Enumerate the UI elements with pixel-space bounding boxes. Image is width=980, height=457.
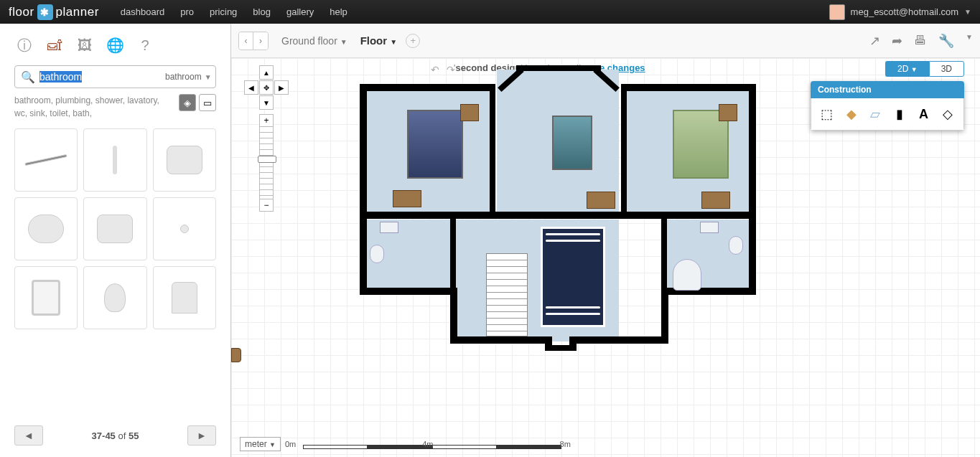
pan-up-button[interactable]: ▲ <box>259 65 274 80</box>
nav-links: dashboard pro pricing blog gallery help <box>121 6 347 17</box>
nav-pricing[interactable]: pricing <box>210 6 237 17</box>
canvas-toolbar: ‹ › Ground floor ▼ Floor ▼ + ↗ ➦ 🖶 🔧 ▼ <box>231 24 980 58</box>
logo-icon: ✱ <box>37 4 53 20</box>
unit-selector[interactable]: meter ▼ <box>240 437 281 451</box>
item-urinal[interactable] <box>83 266 146 329</box>
avatar-icon <box>829 4 845 20</box>
nav-dashboard[interactable]: dashboard <box>121 6 164 17</box>
draw-room-tool[interactable]: ⬚ <box>817 104 837 124</box>
add-floor-button[interactable]: + <box>406 34 420 48</box>
floor-name-dropdown[interactable]: Floor ▼ <box>360 34 398 47</box>
item-tub-oval[interactable] <box>14 197 78 260</box>
items-grid <box>0 126 230 336</box>
scale-0: 0m <box>285 440 296 448</box>
media-icon[interactable]: 🖼 <box>75 35 95 55</box>
construction-tools: ⬚ ◆ ▱ ▮ A ◇ <box>811 98 964 131</box>
settings-icon[interactable]: 🔧 <box>938 33 954 49</box>
loose-furniture[interactable] <box>231 348 241 362</box>
search-input[interactable] <box>39 71 165 83</box>
logo[interactable]: floor ✱ planner <box>9 4 99 20</box>
scale-bar: meter ▼ 0m 4m 8m <box>240 437 592 451</box>
search-icon: 🔍 <box>21 70 35 84</box>
pager-next-button[interactable]: ► <box>187 425 216 446</box>
history-back-button[interactable]: ‹ <box>239 32 253 50</box>
help-icon[interactable]: ? <box>135 35 155 55</box>
canvas-area: ‹ › Ground floor ▼ Floor ▼ + ↗ ➦ 🖶 🔧 ▼ ↶ <box>231 24 980 457</box>
item-drain[interactable] <box>14 128 78 192</box>
info-icon[interactable]: ⓘ <box>14 35 34 55</box>
sidebar-toolbar: ⓘ 🛋 🖼 🌐 ? <box>0 35 230 65</box>
zoom-slider[interactable] <box>259 127 274 199</box>
zoom-out-button[interactable]: − <box>259 199 274 212</box>
history-forward-button[interactable]: › <box>253 32 268 50</box>
print-icon[interactable]: 🖶 <box>914 33 927 49</box>
furniture-icon[interactable]: 🛋 <box>45 35 65 55</box>
construction-header[interactable]: Construction <box>811 81 964 98</box>
view-2d-button[interactable]: ▭ <box>199 94 216 111</box>
sidebar: ⓘ 🛋 🖼 🌐 ? 🔍 bathroom ▼ bathroom, plumbin… <box>0 24 231 457</box>
user-email: meg_escott@hotmail.com <box>851 6 958 17</box>
draw-surface-tool[interactable]: ▱ <box>865 104 885 124</box>
chevron-down-icon: ▼ <box>964 8 971 16</box>
tags-row: bathroom, plumbing, shower, lavatory, wc… <box>14 94 216 120</box>
item-faucet[interactable] <box>83 128 146 192</box>
logo-text-1: floor <box>9 5 34 19</box>
view-3d-button[interactable]: ◈ <box>179 94 196 111</box>
view-2d-button[interactable]: 2D ▼ <box>885 61 929 77</box>
pager-status: 37-45 of 55 <box>92 430 139 441</box>
pan-zoom-control: ▲ ◀✥▶ ▼ + − <box>244 65 289 212</box>
pan-down-button[interactable]: ▼ <box>259 95 274 110</box>
more-icon[interactable]: ▼ <box>966 33 973 49</box>
filter-dropdown[interactable]: bathroom <box>165 72 202 82</box>
share-icon[interactable]: ➦ <box>892 33 902 49</box>
item-bathtub-1[interactable] <box>153 128 216 192</box>
pager: ◄ 37-45 of 55 ► <box>0 414 230 457</box>
pan-center-button[interactable]: ✥ <box>259 80 274 95</box>
view-3d-button[interactable]: 3D <box>929 61 964 77</box>
logo-text-2: planner <box>56 5 99 19</box>
construction-panel: Construction ⬚ ◆ ▱ ▮ A ◇ <box>811 81 964 131</box>
view-mode-toggle: 2D ▼ 3D <box>885 61 964 77</box>
pan-left-button[interactable]: ◀ <box>244 80 258 95</box>
item-mirror[interactable] <box>14 266 78 329</box>
scale-4: 4m <box>422 440 433 448</box>
door-tool[interactable]: ▮ <box>890 104 910 124</box>
item-sink[interactable] <box>153 266 216 329</box>
dimension-tool[interactable]: ◇ <box>938 104 958 124</box>
tag-list: bathroom, plumbing, shower, lavatory, wc… <box>14 94 173 120</box>
grid-canvas[interactable]: ↶ ↷ 'second design' has changed! save ch… <box>231 58 980 457</box>
floor-selector[interactable]: Ground floor ▼ <box>281 35 347 47</box>
history-nav: ‹ › <box>238 32 269 50</box>
item-shower-head[interactable] <box>153 197 216 260</box>
toolbar-right: ↗ ➦ 🖶 🔧 ▼ <box>869 33 973 49</box>
user-menu[interactable]: meg_escott@hotmail.com ▼ <box>829 4 971 20</box>
text-tool[interactable]: A <box>914 104 934 124</box>
pan-right-button[interactable]: ▶ <box>274 80 289 95</box>
nav-help[interactable]: help <box>330 6 347 17</box>
item-bathtub-2[interactable] <box>83 197 146 260</box>
view-toggle: ◈ ▭ <box>179 94 216 111</box>
draw-wall-tool[interactable]: ◆ <box>841 104 862 124</box>
export-icon[interactable]: ↗ <box>869 33 880 49</box>
zoom-control: + − <box>259 114 274 212</box>
zoom-in-button[interactable]: + <box>259 114 274 127</box>
scale-8: 8m <box>560 440 571 448</box>
pager-prev-button[interactable]: ◄ <box>14 425 43 446</box>
chevron-down-icon: ▼ <box>205 73 212 81</box>
floorplan[interactable] <box>357 65 766 352</box>
zoom-thumb[interactable] <box>258 156 276 163</box>
nav-gallery[interactable]: gallery <box>286 6 314 17</box>
nav-blog[interactable]: blog <box>253 6 271 17</box>
top-navbar: floor ✱ planner dashboard pro pricing bl… <box>0 0 980 24</box>
globe-icon[interactable]: 🌐 <box>105 35 125 55</box>
search-box: 🔍 bathroom ▼ <box>14 65 216 88</box>
nav-pro[interactable]: pro <box>180 6 194 17</box>
